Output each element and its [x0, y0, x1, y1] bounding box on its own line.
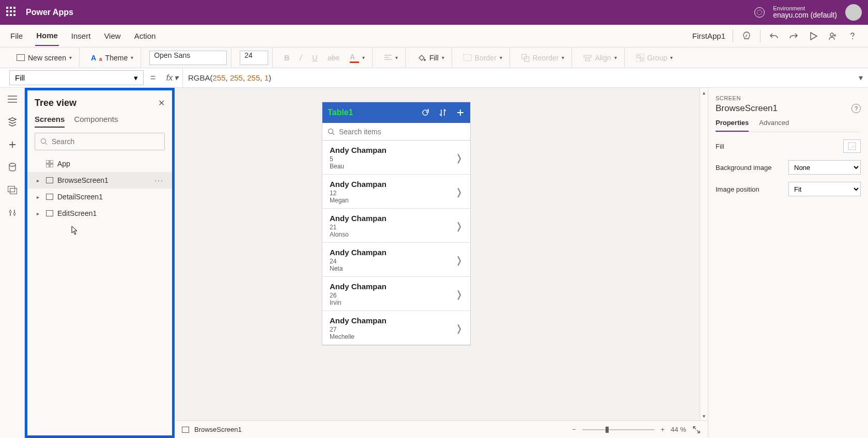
- tree-search[interactable]: [35, 133, 165, 150]
- app-preview[interactable]: Table1 Andy Champan5Beau❭Andy Champan12M…: [322, 102, 470, 345]
- chevron-right-icon[interactable]: ❭: [455, 289, 463, 300]
- left-rail: [0, 88, 25, 438]
- help-icon[interactable]: [846, 30, 859, 42]
- refresh-icon[interactable]: [421, 108, 430, 117]
- item-subtitle: Mechelle: [330, 333, 386, 340]
- svg-rect-18: [46, 160, 49, 163]
- chevron-right-icon[interactable]: ❭: [455, 221, 463, 232]
- preview-search[interactable]: [322, 123, 470, 140]
- italic-button[interactable]: /: [297, 48, 305, 68]
- tree-node-detailscreen[interactable]: ▸ DetailScreen1: [27, 189, 172, 205]
- environment-icon[interactable]: [754, 7, 765, 18]
- imgpos-select[interactable]: Fit: [788, 182, 861, 196]
- text-align-button[interactable]: ▾: [381, 48, 401, 68]
- prop-fill-label: Fill: [716, 143, 724, 150]
- share-icon[interactable]: [827, 30, 839, 42]
- strikethrough-button[interactable]: abc: [324, 48, 343, 68]
- scroll-down-icon[interactable]: ▾: [700, 411, 708, 420]
- svg-rect-19: [50, 160, 53, 163]
- info-icon[interactable]: ?: [851, 104, 861, 113]
- reorder-label: Reorder: [533, 54, 559, 62]
- app-launcher-icon[interactable]: [6, 7, 18, 18]
- bgimage-select[interactable]: None: [788, 160, 861, 175]
- insert-icon[interactable]: [6, 138, 19, 151]
- fill-color-swatch[interactable]: [843, 139, 861, 153]
- svg-rect-7: [584, 55, 591, 57]
- fit-to-window-icon[interactable]: [692, 426, 701, 434]
- close-icon[interactable]: ✕: [158, 98, 165, 108]
- user-avatar[interactable]: [845, 4, 862, 21]
- list-item[interactable]: Andy Champan24Neta❭: [322, 243, 470, 277]
- menu-insert[interactable]: Insert: [70, 26, 92, 45]
- menu-file[interactable]: File: [9, 26, 24, 45]
- app-checker-icon[interactable]: [740, 30, 753, 42]
- property-selector[interactable]: Fill ▾: [9, 70, 144, 85]
- add-icon[interactable]: [456, 108, 465, 117]
- tab-components[interactable]: Components: [74, 115, 118, 128]
- environment-picker[interactable]: Environment enayu.com (default): [773, 5, 837, 19]
- item-number: 26: [330, 292, 386, 299]
- tree-node-app[interactable]: App: [27, 155, 172, 172]
- group-button[interactable]: Group ▾: [633, 48, 676, 68]
- advanced-tools-icon[interactable]: [6, 207, 19, 219]
- menu-view[interactable]: View: [103, 26, 121, 45]
- new-screen-button[interactable]: New screen ▾: [13, 48, 75, 68]
- zoom-slider[interactable]: [582, 429, 655, 430]
- bold-button[interactable]: B: [281, 48, 292, 68]
- hamburger-icon[interactable]: [6, 93, 19, 105]
- chevron-right-icon[interactable]: ❭: [455, 323, 463, 334]
- svg-point-17: [41, 139, 46, 144]
- zoom-out-button[interactable]: −: [572, 426, 576, 433]
- scroll-up-icon[interactable]: ▴: [700, 88, 708, 97]
- align-button[interactable]: Align ▾: [580, 48, 619, 68]
- list-item[interactable]: Andy Champan12Megan❭: [322, 175, 470, 209]
- border-button[interactable]: Border ▾: [460, 48, 505, 68]
- tree-node-label: DetailScreen1: [57, 193, 103, 201]
- menu-action[interactable]: Action: [133, 26, 157, 45]
- formula-expand-icon[interactable]: ▾: [854, 68, 868, 87]
- list-item[interactable]: Andy Champan26Irvin❭: [322, 277, 470, 311]
- font-size-input[interactable]: 24: [240, 51, 268, 65]
- tab-properties[interactable]: Properties: [716, 119, 749, 132]
- tree-node-more-icon[interactable]: ···: [154, 176, 164, 184]
- sort-icon[interactable]: [438, 108, 447, 117]
- tree-search-input[interactable]: [52, 137, 159, 146]
- chevron-right-icon[interactable]: ❭: [455, 186, 463, 198]
- underline-button[interactable]: U: [309, 48, 320, 68]
- app-name[interactable]: FirstApp1: [692, 32, 725, 40]
- font-select[interactable]: Open Sans: [149, 51, 227, 65]
- tab-screens[interactable]: Screens: [35, 115, 65, 128]
- list-item[interactable]: Andy Champan27Mechelle❭: [322, 311, 470, 345]
- fill-button[interactable]: Fill ▾: [414, 48, 447, 68]
- svg-point-16: [13, 213, 16, 215]
- theme-label: Theme: [105, 54, 128, 62]
- preview-header: Table1: [322, 102, 470, 123]
- canvas-scrollbar[interactable]: ▴ ▾: [700, 88, 708, 420]
- list-item[interactable]: Andy Champan5Beau❭: [322, 140, 470, 175]
- redo-icon[interactable]: [787, 30, 800, 42]
- breadcrumb[interactable]: BrowseScreen1: [194, 426, 242, 433]
- chevron-right-icon[interactable]: ❭: [455, 255, 463, 266]
- list-item[interactable]: Andy Champan21Alonso❭: [322, 209, 470, 243]
- svg-rect-21: [50, 164, 53, 167]
- svg-point-3: [424, 59, 426, 61]
- theme-button[interactable]: Aa Theme ▾: [88, 48, 136, 68]
- reorder-button[interactable]: Reorder ▾: [518, 48, 568, 68]
- menu-home[interactable]: Home: [35, 26, 59, 46]
- zoom-in-button[interactable]: +: [661, 426, 665, 433]
- formula-input[interactable]: RGBA( 255, 255, 255, 1): [183, 68, 854, 87]
- undo-icon[interactable]: [768, 30, 780, 42]
- chevron-right-icon[interactable]: ❭: [455, 152, 463, 164]
- tree-view-icon[interactable]: [6, 116, 19, 128]
- media-icon[interactable]: [6, 184, 19, 196]
- tab-advanced[interactable]: Advanced: [759, 119, 789, 132]
- preview-search-input[interactable]: [339, 128, 465, 136]
- tree-node-browsescreen[interactable]: ▸ BrowseScreen1 ···: [27, 172, 172, 189]
- font-color-button[interactable]: A ▾: [347, 48, 368, 68]
- tree-node-editscreen[interactable]: ▸ EditScreen1: [27, 205, 172, 222]
- canvas[interactable]: Table1 Andy Champan5Beau❭Andy Champan12M…: [175, 88, 708, 420]
- data-icon[interactable]: [6, 161, 19, 174]
- play-icon[interactable]: [807, 30, 819, 42]
- fx-button[interactable]: fx▾: [162, 68, 183, 87]
- svg-rect-2: [17, 54, 25, 60]
